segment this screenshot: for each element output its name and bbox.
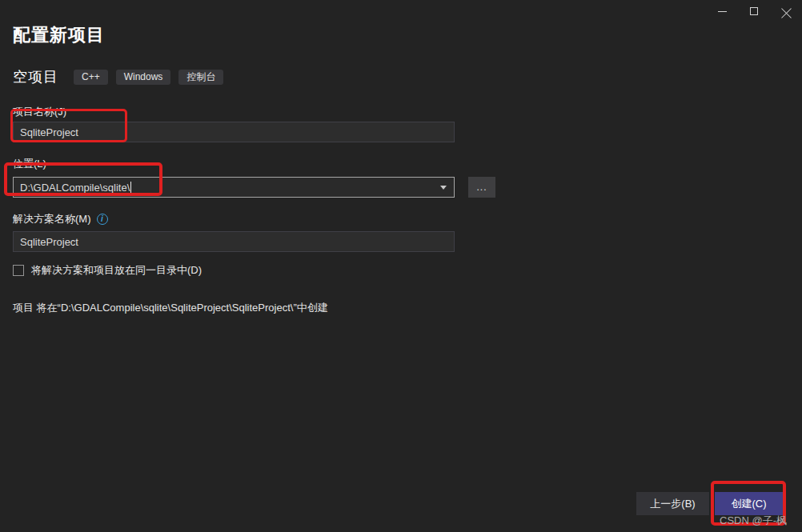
same-directory-label: 将解决方案和项目放在同一目录中(D) (31, 263, 202, 278)
location-combobox[interactable]: D:\GDALCompile\sqlite\ (13, 177, 455, 198)
text-caret (130, 182, 131, 194)
solution-name-input[interactable] (13, 231, 455, 252)
tag-cpp: C++ (74, 70, 108, 85)
project-name-input[interactable] (13, 122, 455, 142)
solution-name-label: 解决方案名称(M) (13, 213, 91, 225)
template-name: 空项目 (13, 67, 58, 86)
titlebar (706, 0, 802, 22)
solution-name-label-row: 解决方案名称(M) (13, 213, 789, 225)
chevron-down-icon (440, 186, 447, 190)
project-name-label: 项目名称(J) (13, 106, 789, 118)
location-group: 位置(L) D:\GDALCompile\sqlite\ ... (13, 158, 789, 198)
minimize-button[interactable] (706, 0, 738, 22)
tag-windows: Windows (116, 70, 171, 85)
watermark: CSDN @子-枫 (720, 514, 787, 528)
maximize-button[interactable] (738, 0, 770, 22)
close-button[interactable] (770, 0, 802, 22)
template-tags: C++ Windows 控制台 (74, 70, 223, 85)
project-name-group: 项目名称(J) (13, 106, 789, 142)
same-directory-checkbox[interactable] (13, 265, 24, 276)
page-title: 配置新项目 (13, 24, 789, 46)
location-label: 位置(L) (13, 158, 789, 170)
location-row: D:\GDALCompile\sqlite\ ... (13, 177, 789, 198)
location-value: D:\GDALCompile\sqlite\ (20, 182, 130, 194)
minimize-icon (718, 11, 727, 12)
template-summary: 空项目 C++ Windows 控制台 (13, 67, 789, 86)
browse-button[interactable]: ... (468, 177, 495, 198)
maximize-icon (750, 7, 758, 15)
path-note: 项目 将在“D:\GDALCompile\sqlite\SqliteProjec… (13, 301, 789, 315)
solution-name-group: 解决方案名称(M) (13, 213, 789, 252)
same-directory-row: 将解决方案和项目放在同一目录中(D) (13, 263, 789, 278)
close-icon (781, 6, 792, 17)
back-button[interactable]: 上一步(B) (636, 492, 709, 515)
tag-console: 控制台 (178, 70, 223, 85)
info-icon[interactable] (97, 214, 108, 225)
create-button[interactable]: 创建(C) (715, 492, 783, 515)
dialog-content: 配置新项目 空项目 C++ Windows 控制台 项目名称(J) 位置(L) … (13, 22, 789, 315)
